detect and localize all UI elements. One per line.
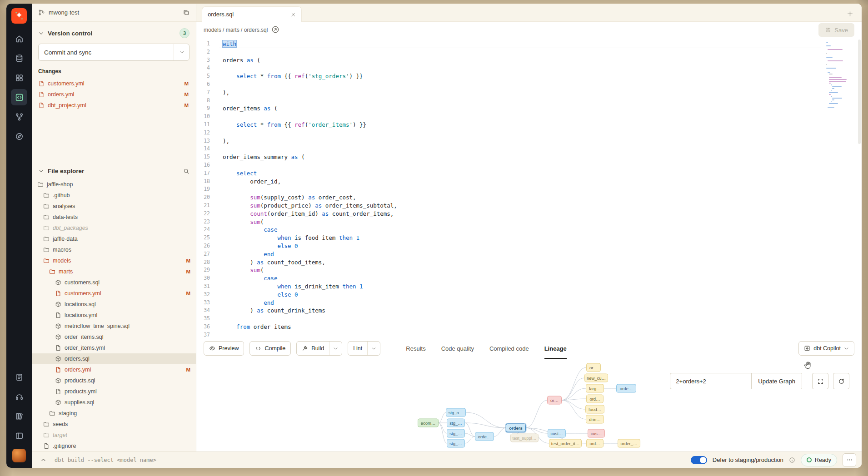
file-tree-item[interactable]: metricflow_time_spine.sql — [32, 321, 196, 332]
changed-file-row[interactable]: orders.ymlM — [38, 89, 190, 100]
code-line[interactable]: 5 select * from {{ ref('stg_orders') }} — [196, 72, 821, 80]
lint-button[interactable]: Lint — [348, 341, 380, 356]
code-line[interactable]: 32 else 0 — [196, 291, 821, 299]
code-line[interactable]: 33 end — [196, 299, 821, 307]
lineage-panel[interactable]: ecom…stg_o…stg_…stg_…stg_…orde…orderstes… — [196, 359, 862, 451]
lineage-node-stg4[interactable]: stg_… — [447, 439, 465, 448]
status-badge[interactable]: Ready — [801, 454, 837, 466]
chevron-up-icon[interactable] — [37, 454, 49, 466]
lineage-node-orderight[interactable]: orde… — [616, 384, 636, 393]
file-tree-item[interactable]: orders.sql — [32, 353, 196, 364]
code-line[interactable]: 35 — [196, 315, 821, 323]
code-line[interactable]: 27 end — [196, 250, 821, 258]
editor-tab-orders-sql[interactable]: orders.sql — [202, 6, 302, 22]
code-line[interactable]: 19 — [196, 185, 821, 193]
code-line[interactable]: 21 sum(product_price) as order_items_sub… — [196, 202, 821, 210]
code-line[interactable]: 11 select * from {{ ref('order_items') }… — [196, 121, 821, 129]
code-line[interactable]: 6 — [196, 80, 821, 89]
code-line[interactable]: 16 — [196, 161, 821, 169]
file-tree-item[interactable]: staging — [32, 408, 196, 419]
build-button[interactable]: Build — [296, 341, 342, 356]
code-line[interactable]: 15order_items_summary as ( — [196, 153, 821, 161]
file-tree-item[interactable]: orders.ymlM — [32, 364, 196, 375]
dbt-copilot-button[interactable]: dbt Copilot — [798, 341, 854, 356]
lineage-selector-input[interactable] — [670, 373, 751, 389]
lineage-node-drin[interactable]: drin… — [586, 415, 604, 424]
code-line[interactable]: 3orders as ( — [196, 56, 821, 64]
library-icon[interactable] — [11, 408, 27, 424]
changed-file-row[interactable]: customers.ymlM — [38, 78, 190, 89]
commit-and-sync-button[interactable]: Commit and sync — [38, 44, 190, 61]
lineage-node-stg2[interactable]: stg_… — [447, 419, 465, 427]
code-line[interactable]: 18 order_id, — [196, 178, 821, 186]
home-icon[interactable] — [11, 30, 27, 47]
git-fork-icon[interactable] — [11, 109, 27, 125]
fullscreen-icon[interactable] — [812, 373, 828, 389]
lint-options-chevron-icon[interactable] — [367, 342, 380, 355]
lineage-node-ecom[interactable]: ecom… — [418, 419, 439, 427]
lineage-node-orpink[interactable]: or… — [547, 396, 562, 405]
code-line[interactable]: 9order_items as ( — [196, 104, 821, 113]
changed-file-row[interactable]: dbt_project.ymlM — [38, 100, 190, 111]
code-line[interactable]: 26 else 0 — [196, 242, 821, 250]
file-tree-item[interactable]: jaffle-shop — [32, 179, 196, 190]
notebook-icon[interactable] — [11, 369, 27, 385]
commit-options-chevron-icon[interactable] — [174, 44, 189, 60]
lineage-node-testsup[interactable]: test_suppl… — [510, 434, 539, 442]
code-line[interactable]: 7), — [196, 89, 821, 97]
code-line[interactable]: 20 sum(supply_cost) as order_cost, — [196, 193, 821, 202]
file-tree-item[interactable]: dbt_packages — [32, 223, 196, 233]
apps-grid-icon[interactable] — [11, 69, 27, 86]
panel-tab-code-quality[interactable]: Code quality — [441, 338, 474, 359]
search-icon[interactable] — [183, 168, 190, 174]
lineage-node-larg[interactable]: larg… — [586, 384, 604, 393]
code-line[interactable]: 37 — [196, 331, 821, 338]
warehouse-icon[interactable] — [11, 50, 27, 66]
lineage-node-stg3[interactable]: stg_… — [447, 429, 465, 438]
update-graph-button[interactable]: Update Graph — [751, 373, 802, 389]
file-tree-item[interactable]: order_items.yml — [32, 342, 196, 353]
code-line[interactable]: 14 — [196, 145, 821, 153]
file-tree-item[interactable]: martsM — [32, 266, 196, 277]
code-line[interactable]: 29 sum( — [196, 266, 821, 274]
code-line[interactable]: 8 — [196, 97, 821, 105]
close-tab-icon[interactable] — [290, 12, 296, 17]
lineage-node-ord1[interactable]: ord… — [586, 395, 604, 403]
editor-scrollbar[interactable] — [857, 38, 862, 338]
lineage-node-cust[interactable]: cust… — [548, 429, 566, 438]
lineage-node-cuspink[interactable]: cus… — [588, 429, 605, 438]
lineage-node-food[interactable]: food… — [585, 405, 604, 414]
chevron-down-icon[interactable] — [38, 30, 44, 36]
compile-button[interactable]: Compile — [249, 341, 291, 356]
file-tree-item[interactable]: locations.sql — [32, 299, 196, 310]
code-line[interactable]: 22 count(order_item_id) as count_order_i… — [196, 210, 821, 218]
explore-icon[interactable] — [11, 128, 27, 144]
lineage-node-ord2[interactable]: ord… — [586, 439, 604, 448]
lineage-node-orderr[interactable]: order_… — [618, 439, 640, 448]
user-avatar[interactable] — [12, 449, 26, 462]
code-line[interactable]: 30 case — [196, 274, 821, 283]
chevron-down-icon[interactable] — [38, 168, 44, 174]
panel-icon[interactable] — [11, 427, 27, 444]
file-tree-item[interactable]: products.sql — [32, 375, 196, 386]
file-tree-item[interactable]: macros — [32, 244, 196, 255]
dbt-logo[interactable] — [11, 8, 27, 24]
code-line[interactable]: 13), — [196, 137, 821, 145]
file-tree-item[interactable]: target — [32, 430, 196, 441]
code-line[interactable]: 10 — [196, 113, 821, 121]
file-tree-item[interactable]: products.yml — [32, 386, 196, 397]
file-tree-item[interactable]: seeds — [32, 419, 196, 430]
more-options-button[interactable] — [843, 453, 856, 467]
panel-tab-results[interactable]: Results — [406, 338, 425, 359]
code-line[interactable]: 31 when is_drink_item then 1 — [196, 283, 821, 291]
lineage-node-stg1[interactable]: stg_o… — [446, 408, 466, 417]
open-link-icon[interactable] — [271, 25, 280, 35]
defer-toggle[interactable] — [691, 456, 707, 464]
lineage-node-ory[interactable]: or… — [586, 363, 601, 372]
save-button[interactable]: Save — [818, 23, 854, 37]
code-line[interactable]: 1with — [196, 40, 821, 48]
scrollbar-thumb[interactable] — [858, 40, 861, 144]
code-line[interactable]: 28 ) as count_food_items, — [196, 258, 821, 267]
breadcrumb[interactable]: models / marts / orders.sql — [204, 27, 268, 33]
file-tree-item[interactable]: analyses — [32, 201, 196, 212]
